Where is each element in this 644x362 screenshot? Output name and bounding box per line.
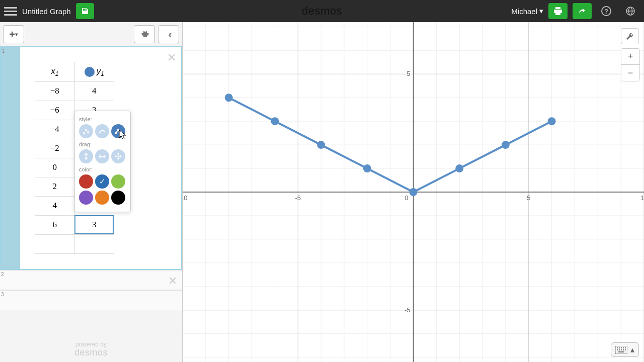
- svg-point-9: [117, 129, 119, 131]
- expression-row-3[interactable]: 3: [0, 290, 182, 310]
- menu-icon[interactable]: [4, 5, 17, 18]
- language-button[interactable]: [621, 3, 640, 19]
- expression-index: 2: [1, 272, 4, 277]
- expression-panel: +▾ ‹‹ 1 ✕ x1 y1 −84 −63: [0, 22, 183, 362]
- drag-horizontal-button[interactable]: [95, 149, 109, 163]
- add-expression-button[interactable]: +▾: [3, 25, 24, 43]
- style-points-button[interactable]: [79, 124, 93, 138]
- svg-point-10: [120, 131, 122, 133]
- svg-rect-75: [621, 347, 622, 348]
- svg-rect-82: [625, 349, 626, 350]
- graph-title[interactable]: Untitled Graph: [22, 7, 71, 16]
- color-swatch-blue[interactable]: [95, 174, 109, 189]
- table-header-x[interactable]: x1: [35, 62, 74, 81]
- svg-text:?: ?: [604, 8, 608, 15]
- color-swatch-red[interactable]: [79, 174, 93, 189]
- svg-point-6: [85, 129, 87, 131]
- drag-both-button[interactable]: [111, 149, 125, 163]
- table-header-y[interactable]: y1: [74, 62, 114, 81]
- zoom-in-button[interactable]: +: [621, 49, 639, 65]
- svg-point-68: [410, 188, 418, 196]
- keyboard-icon: [615, 346, 627, 354]
- svg-text:-5: -5: [295, 194, 301, 202]
- svg-rect-80: [621, 349, 622, 350]
- svg-point-70: [502, 141, 510, 149]
- drag-vertical-button[interactable]: [79, 149, 93, 163]
- color-swatch-orange[interactable]: [95, 191, 109, 205]
- style-popup: style: drag: color:: [74, 111, 131, 212]
- svg-rect-74: [619, 347, 620, 348]
- svg-text:-5: -5: [405, 306, 411, 314]
- color-swatch-purple[interactable]: [79, 191, 93, 205]
- graph-canvas[interactable]: -10-505105-5: [183, 22, 644, 362]
- table-row: 63: [35, 215, 114, 234]
- svg-point-8: [115, 132, 117, 134]
- graph-settings-button[interactable]: [621, 28, 639, 44]
- svg-point-5: [83, 132, 85, 134]
- minus-icon: −: [628, 68, 633, 78]
- user-name: Michael: [511, 7, 537, 16]
- expression-row-2[interactable]: 2 ✕: [0, 270, 182, 290]
- svg-text:5: 5: [527, 194, 530, 202]
- graph-controls: + −: [621, 28, 640, 81]
- plot-svg: -10-505105-5: [183, 22, 644, 362]
- svg-text:-10: -10: [183, 194, 187, 202]
- wrench-icon: [626, 32, 634, 40]
- svg-point-65: [271, 117, 279, 125]
- collapse-panel-button[interactable]: ‹‹: [158, 25, 179, 43]
- svg-text:0: 0: [405, 194, 408, 202]
- svg-rect-79: [619, 349, 620, 350]
- svg-text:10: 10: [640, 194, 644, 202]
- share-icon: [578, 7, 586, 15]
- svg-rect-83: [618, 351, 624, 352]
- svg-rect-73: [617, 347, 618, 348]
- chevron-down-icon: ▾: [539, 7, 543, 16]
- plus-icon: +: [628, 51, 633, 62]
- popup-style-label: style:: [79, 116, 126, 122]
- svg-rect-78: [617, 349, 618, 350]
- svg-point-67: [363, 164, 371, 172]
- globe-icon: [625, 6, 635, 16]
- gear-icon: [140, 30, 149, 39]
- settings-button[interactable]: [134, 25, 155, 43]
- chevron-up-icon: ▴: [630, 345, 634, 354]
- expression-toolbar: +▾ ‹‹: [0, 22, 182, 46]
- delete-expression-button[interactable]: ✕: [167, 51, 176, 64]
- popup-color-label: color:: [79, 166, 126, 172]
- svg-point-7: [87, 131, 89, 133]
- color-swatch-green[interactable]: [111, 174, 125, 189]
- expression-index: 3: [1, 292, 4, 297]
- svg-rect-76: [623, 347, 624, 348]
- user-menu[interactable]: Michael ▾: [511, 7, 543, 16]
- brand-logo: desmos: [302, 5, 342, 18]
- app-header: Untitled Graph desmos Michael ▾ ?: [0, 0, 644, 22]
- share-button[interactable]: [573, 3, 592, 19]
- expression-tab[interactable]: [1, 47, 20, 269]
- print-button[interactable]: [548, 3, 568, 19]
- save-button[interactable]: [76, 3, 94, 19]
- svg-point-71: [548, 117, 556, 125]
- svg-text:5: 5: [407, 70, 410, 77]
- style-line-button[interactable]: [95, 124, 109, 138]
- color-swatch-black[interactable]: [111, 191, 125, 205]
- help-icon: ?: [601, 6, 611, 16]
- help-button[interactable]: ?: [597, 3, 616, 19]
- table-row: −84: [35, 81, 114, 101]
- popup-drag-label: drag:: [79, 141, 126, 147]
- svg-rect-81: [623, 349, 624, 350]
- svg-rect-77: [625, 347, 626, 348]
- powered-by-footer: powered by desmos: [0, 336, 182, 362]
- svg-point-69: [455, 164, 463, 172]
- svg-point-64: [225, 94, 233, 102]
- chevron-left-icon: ‹‹: [168, 29, 169, 40]
- delete-expression-button[interactable]: ✕: [168, 275, 177, 288]
- print-icon: [553, 7, 562, 15]
- keyboard-toggle[interactable]: ▴: [611, 342, 639, 357]
- table-row-empty: [35, 234, 114, 253]
- svg-point-66: [317, 141, 325, 149]
- series-style-icon[interactable]: [85, 67, 95, 77]
- save-icon: [81, 7, 89, 15]
- style-points-line-button[interactable]: [111, 124, 125, 138]
- zoom-out-button[interactable]: −: [621, 65, 639, 81]
- expression-index: 1: [2, 48, 5, 54]
